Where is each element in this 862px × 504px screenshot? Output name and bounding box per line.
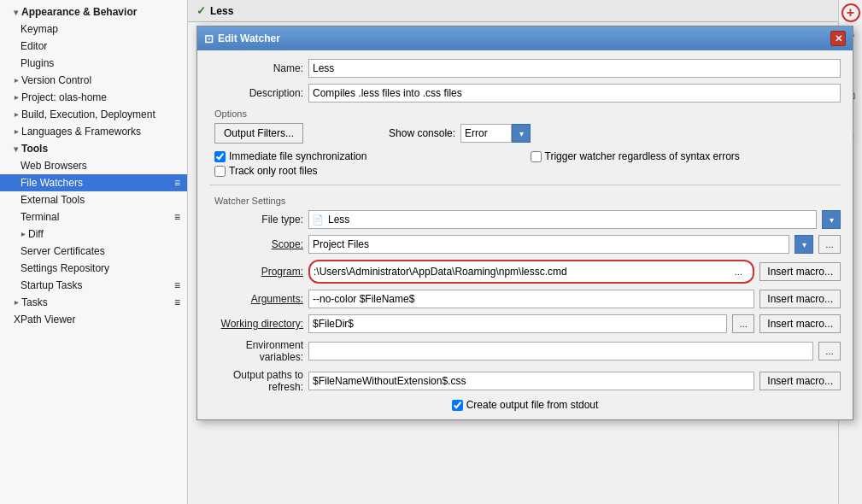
create-output-row: Create output file from stdout bbox=[209, 399, 841, 411]
arrow-icon: ▾ bbox=[14, 8, 18, 17]
working-dir-input[interactable] bbox=[308, 314, 727, 333]
show-console-input[interactable] bbox=[460, 124, 512, 143]
program-browse-button[interactable]: … bbox=[727, 262, 749, 281]
arrow-icon: ▾ bbox=[11, 79, 21, 83]
sidebar-item-file-watchers[interactable]: File Watchers ≡ bbox=[0, 174, 187, 191]
immediate-sync-checkbox[interactable] bbox=[214, 151, 226, 162]
sidebar-item-appearance[interactable]: ▾ Appearance & Behavior bbox=[0, 3, 187, 21]
name-label: Name: bbox=[209, 62, 303, 74]
sidebar-item-version-control[interactable]: ▾ Version Control bbox=[0, 72, 187, 89]
arguments-input[interactable] bbox=[308, 290, 754, 308]
options-col-right: Trigger watcher regardless of syntax err… bbox=[525, 148, 841, 179]
file-watchers-icon: ≡ bbox=[174, 177, 180, 189]
description-input[interactable] bbox=[308, 84, 841, 103]
sidebar-item-plugins[interactable]: Plugins bbox=[0, 55, 187, 72]
sidebar-item-startup-tasks[interactable]: Startup Tasks ≡ bbox=[0, 277, 187, 294]
trigger-watcher-label: Trigger watcher regardless of syntax err… bbox=[545, 150, 740, 162]
scope-label: Scope: bbox=[209, 238, 303, 250]
sidebar-item-keymap[interactable]: Keymap bbox=[0, 21, 187, 38]
env-vars-input[interactable] bbox=[308, 342, 813, 360]
working-dir-insert-macro-button[interactable]: Insert macro... bbox=[759, 314, 841, 333]
sidebar-item-tools[interactable]: ▾ Tools bbox=[0, 140, 187, 157]
arguments-insert-macro-button[interactable]: Insert macro... bbox=[759, 290, 841, 308]
output-paths-label: Output paths to refresh: bbox=[209, 369, 303, 393]
arrow-icon: ▾ bbox=[11, 301, 21, 305]
arrow-icon: ▾ bbox=[11, 113, 21, 117]
sidebar-item-server-certs[interactable]: Server Certificates bbox=[0, 243, 187, 260]
arrow-icon: ▾ bbox=[11, 130, 21, 134]
immediate-sync-label: Immediate file synchronization bbox=[229, 150, 366, 162]
working-dir-row: Working directory: … Insert macro... bbox=[209, 314, 841, 333]
env-vars-row: Environment variables: … bbox=[209, 339, 841, 363]
scope-dropdown[interactable]: ▾ bbox=[795, 235, 813, 254]
tasks-icon: ≡ bbox=[174, 296, 180, 308]
show-console-row: Show console: ▾ bbox=[389, 124, 531, 143]
name-row: Name: bbox=[209, 59, 841, 78]
program-label: Program: bbox=[209, 266, 303, 278]
edit-watcher-dialog: ⊡ Edit Watcher ✕ Name: Description: Opti… bbox=[196, 26, 853, 420]
dialog-body: Name: Description: Options Output Filter… bbox=[197, 50, 853, 419]
show-console-label: Show console: bbox=[389, 127, 455, 139]
dialog-titlebar: ⊡ Edit Watcher ✕ bbox=[197, 26, 853, 50]
output-filters-group: Output Filters... bbox=[214, 123, 303, 144]
sidebar-item-xpath-viewer[interactable]: XPath Viewer bbox=[0, 311, 187, 328]
file-type-dropdown[interactable]: ▾ bbox=[822, 210, 841, 229]
sidebar-item-languages[interactable]: ▾ Languages & Frameworks bbox=[0, 123, 187, 140]
output-paths-row: Output paths to refresh: Insert macro... bbox=[209, 369, 841, 393]
output-paths-input[interactable] bbox=[308, 372, 754, 390]
add-button[interactable]: + bbox=[841, 3, 860, 22]
file-type-label: File type: bbox=[209, 214, 303, 226]
program-row: Program: … Insert macro... bbox=[209, 260, 841, 284]
sidebar-item-web-browsers[interactable]: Web Browsers bbox=[0, 157, 187, 174]
sidebar-item-terminal[interactable]: Terminal ≡ bbox=[0, 208, 187, 226]
watcher-settings-section: Watcher Settings File type: 📄 ▾ Scope: ▾… bbox=[209, 185, 841, 411]
arrow-icon: ▾ bbox=[11, 96, 21, 100]
watcher-settings-header: Watcher Settings bbox=[209, 196, 841, 206]
arguments-label: Arguments: bbox=[209, 293, 303, 305]
sidebar-item-external-tools[interactable]: External Tools bbox=[0, 191, 187, 208]
description-label: Description: bbox=[209, 87, 303, 99]
terminal-icon: ≡ bbox=[174, 211, 180, 223]
scope-input[interactable] bbox=[308, 235, 789, 254]
panel-title: Less bbox=[210, 5, 233, 17]
sidebar-item-settings-repo[interactable]: Settings Repository bbox=[0, 260, 187, 277]
sidebar-item-build[interactable]: ▾ Build, Execution, Deployment bbox=[0, 106, 187, 123]
main-area: ✓ Less ⊡ Edit Watcher ✕ Name: Descriptio… bbox=[188, 0, 862, 504]
scope-row: Scope: ▾ … bbox=[209, 235, 841, 254]
trigger-watcher-row: Trigger watcher regardless of syntax err… bbox=[531, 150, 841, 162]
file-type-wrapper: 📄 bbox=[308, 210, 817, 229]
show-console-dropdown[interactable]: ▾ bbox=[512, 124, 531, 143]
env-vars-browse-button[interactable]: … bbox=[818, 342, 841, 360]
create-output-label: Create output file from stdout bbox=[466, 399, 599, 411]
program-input-wrapper: … bbox=[308, 260, 754, 284]
options-col-left: Immediate file synchronization Track onl… bbox=[209, 148, 525, 179]
immediate-sync-row: Immediate file synchronization bbox=[214, 150, 525, 162]
arrow-icon: ▾ bbox=[14, 144, 18, 154]
output-filters-button[interactable]: Output Filters... bbox=[214, 123, 303, 144]
program-input[interactable] bbox=[314, 266, 724, 278]
panel-title-bar: ✓ Less bbox=[188, 0, 862, 22]
name-input[interactable] bbox=[308, 59, 841, 78]
options-section-header: Options bbox=[209, 108, 841, 119]
create-output-checkbox[interactable] bbox=[452, 400, 463, 411]
sidebar-item-project[interactable]: ▾ Project: olas-home bbox=[0, 89, 187, 106]
trigger-watcher-checkbox[interactable] bbox=[531, 151, 542, 162]
sidebar-item-tasks[interactable]: ▾ Tasks ≡ bbox=[0, 294, 187, 311]
output-paths-insert-macro-button[interactable]: Insert macro... bbox=[759, 372, 841, 390]
sidebar-item-diff[interactable]: ▾ Diff bbox=[0, 226, 187, 243]
scope-browse-button[interactable]: … bbox=[818, 235, 841, 254]
working-dir-browse-button[interactable]: … bbox=[732, 314, 754, 333]
track-root-checkbox[interactable] bbox=[214, 166, 226, 177]
file-type-row: File type: 📄 ▾ bbox=[209, 210, 841, 229]
sidebar: ▾ Appearance & Behavior Keymap Editor Pl… bbox=[0, 0, 188, 504]
file-type-input[interactable] bbox=[308, 210, 817, 229]
checkmark-icon: ✓ bbox=[196, 4, 206, 17]
env-vars-label: Environment variables: bbox=[209, 339, 303, 363]
sidebar-item-editor[interactable]: Editor bbox=[0, 38, 187, 55]
working-dir-label: Working directory: bbox=[209, 318, 303, 330]
dialog-close-button[interactable]: ✕ bbox=[830, 31, 846, 46]
file-type-icon: 📄 bbox=[312, 214, 324, 226]
description-row: Description: bbox=[209, 84, 841, 103]
dialog-icon: ⊡ bbox=[204, 32, 214, 45]
program-insert-macro-button[interactable]: Insert macro... bbox=[759, 262, 841, 281]
